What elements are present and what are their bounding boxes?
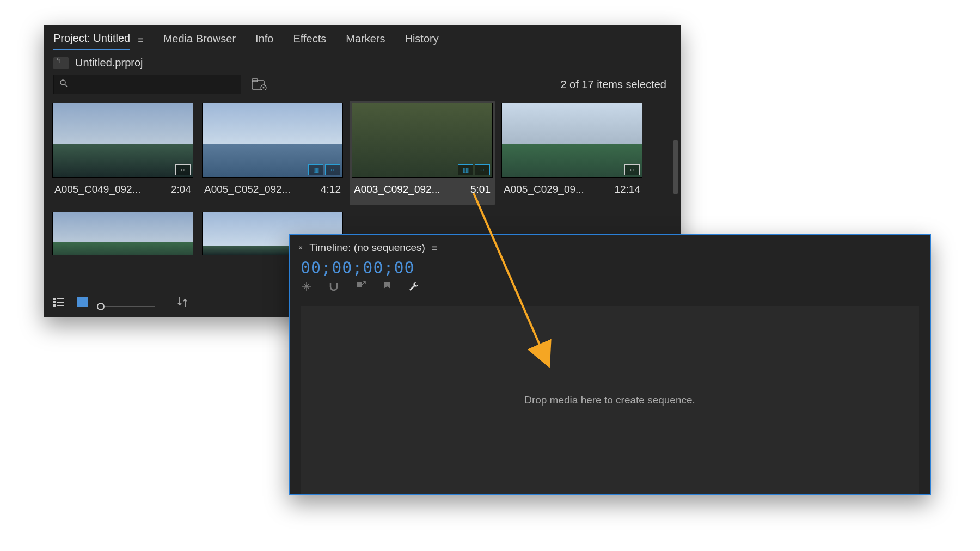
linked-selection-icon[interactable] — [355, 280, 367, 295]
panel-menu-icon[interactable]: ≡ — [432, 242, 438, 254]
snap-icon[interactable] — [328, 280, 340, 295]
audio-badge-icon: ↔ — [175, 164, 191, 175]
svg-rect-8 — [57, 298, 64, 299]
audio-wave-badge-icon: ↔ — [325, 164, 340, 175]
clip-name: A005_C029_09... — [504, 183, 584, 195]
tab-effects[interactable]: Effects — [293, 30, 326, 50]
clip-thumbnail[interactable]: ▥ ↔ — [202, 103, 343, 178]
timeline-header: × Timeline: (no sequences) ≡ — [290, 235, 930, 257]
svg-point-0 — [60, 80, 65, 85]
view-toolbar — [53, 296, 187, 311]
tab-markers[interactable]: Markers — [346, 30, 385, 50]
drop-hint-text: Drop media here to create sequence. — [524, 394, 695, 406]
timeline-title: Timeline: (no sequences) — [309, 242, 425, 254]
svg-rect-7 — [53, 298, 56, 300]
tab-history[interactable]: History — [405, 30, 438, 50]
svg-rect-14 — [357, 282, 362, 287]
settings-wrench-icon[interactable] — [407, 280, 419, 295]
clip-item[interactable]: ▥ ↔ A005_C052_092... 4:12 — [200, 101, 345, 205]
panel-tabs: Project: Untitled ≡ Media Browser Info E… — [44, 25, 681, 54]
svg-rect-12 — [57, 305, 64, 306]
clip-duration: 5:01 — [470, 183, 491, 195]
video-badge-icon: ▥ — [458, 164, 473, 175]
svg-rect-11 — [53, 304, 56, 307]
close-icon[interactable]: × — [298, 243, 303, 252]
clip-duration: 2:04 — [171, 183, 191, 195]
tab-info[interactable]: Info — [255, 30, 273, 50]
clip-name: A003_C092_092... — [354, 183, 440, 195]
timeline-drop-area[interactable]: Drop media here to create sequence. — [301, 306, 919, 494]
clip-item[interactable]: ↔ A005_C029_09... 12:14 — [499, 101, 645, 205]
video-badge-icon: ▥ — [308, 164, 323, 175]
clip-duration: 12:14 — [614, 183, 640, 195]
insert-icon[interactable] — [301, 280, 313, 295]
scrollbar-thumb[interactable] — [673, 140, 678, 194]
tab-project[interactable]: Project: Untitled — [53, 30, 130, 50]
svg-rect-10 — [57, 302, 64, 303]
clip-thumbnail[interactable]: ▥ ↔ — [352, 103, 493, 178]
zoom-slider[interactable] — [100, 297, 155, 310]
project-toolbar: 2 of 17 items selected — [44, 75, 681, 101]
clip-name: A005_C049_092... — [54, 183, 140, 195]
svg-point-5 — [263, 87, 265, 89]
audio-wave-badge-icon: ↔ — [475, 164, 490, 175]
project-path-row: Untitled.prproj — [44, 54, 681, 75]
timecode-display[interactable]: 00;00;00;00 — [290, 257, 930, 280]
new-bin-icon[interactable] — [251, 78, 267, 91]
svg-line-1 — [65, 84, 67, 87]
timeline-tools — [290, 280, 930, 303]
icon-view-icon[interactable] — [77, 297, 88, 310]
marker-icon[interactable] — [382, 280, 392, 295]
tab-menu-icon[interactable]: ≡ — [138, 34, 144, 46]
sort-icon[interactable] — [177, 296, 187, 311]
audio-badge-icon: ↔ — [624, 164, 640, 175]
clip-item[interactable]: ▥ ↔ A003_C092_092... 5:01 — [350, 101, 495, 205]
list-view-icon[interactable] — [53, 297, 65, 310]
search-input[interactable] — [53, 75, 241, 94]
selection-status: 2 of 17 items selected — [560, 78, 671, 91]
timeline-panel: × Timeline: (no sequences) ≡ 00;00;00;00… — [289, 234, 931, 495]
clip-item[interactable]: ↔ A005_C049_092... 2:04 — [50, 101, 195, 205]
clip-item[interactable] — [50, 210, 195, 263]
clip-thumbnail[interactable]: ↔ — [52, 103, 193, 178]
clip-name: A005_C052_092... — [204, 183, 290, 195]
parent-bin-icon[interactable] — [53, 57, 69, 69]
clip-thumbnail[interactable]: ↔ — [501, 103, 642, 178]
project-filename: Untitled.prproj — [75, 57, 143, 69]
clip-thumbnail[interactable] — [52, 212, 193, 255]
svg-rect-9 — [53, 301, 56, 303]
tab-media-browser[interactable]: Media Browser — [163, 30, 236, 50]
scrollbar[interactable] — [673, 140, 678, 249]
clip-duration: 4:12 — [321, 183, 341, 195]
search-icon — [59, 79, 68, 90]
svg-rect-13 — [77, 297, 88, 307]
